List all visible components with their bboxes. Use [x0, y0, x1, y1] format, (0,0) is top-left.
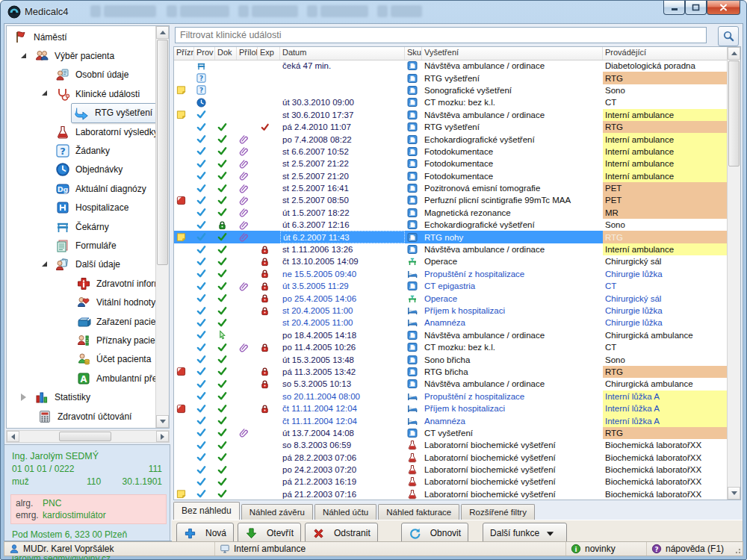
- table-row[interactable]: st 30.6.2010 17:37Návštěva ambulance / o…: [174, 109, 728, 121]
- table-row[interactable]: ?RTG vyšetřeníRTG: [174, 72, 728, 84]
- table-row[interactable]: st 20.4.2005 11:00Příjem k hospitalizaci…: [174, 305, 728, 317]
- tree-horizontal-scrollbar[interactable]: [6, 430, 170, 443]
- table-row[interactable]: so 5.3.2005 10:13Návštěva ambulance / or…: [174, 378, 728, 390]
- table-row[interactable]: pá 21.2.2003 16:19Laboratorní biochemick…: [174, 476, 728, 488]
- table-row[interactable]: po 7.4.2008 08:22Echokardiografické vyše…: [174, 133, 728, 145]
- scroll-left-button[interactable]: [7, 431, 19, 442]
- column-header-provadejici[interactable]: Provádějící: [603, 47, 728, 60]
- table-row[interactable]: st 2.5.2007 21:22FotodokumentaceInterní …: [174, 158, 728, 169]
- sidebar-item-objedn-vky[interactable]: Objednávky: [7, 161, 156, 179]
- close-button[interactable]: [707, 1, 740, 15]
- sidebar-item-vit-ln-hodnoty[interactable]: Vitální hodnoty: [7, 293, 156, 311]
- check-icon: [194, 268, 215, 280]
- maximize-button[interactable]: [685, 1, 707, 15]
- collapse-expander-icon[interactable]: [21, 53, 26, 58]
- statusbar-help[interactable]: ? nápověda (F1): [647, 542, 743, 556]
- table-row[interactable]: st 20.4.2005 11:00AnamnézaChirurgie lůžk…: [174, 317, 728, 329]
- scroll-right-button[interactable]: [156, 431, 169, 442]
- column-header-vysetreni[interactable]: Vyšetření: [422, 47, 603, 60]
- column-header-priloh[interactable]: Příloh: [237, 47, 258, 60]
- table-row[interactable]: po 11.4.2005 10:26CT mozku: bez k.l.CT: [174, 341, 728, 353]
- column-header-prov[interactable]: Prov: [194, 47, 215, 60]
- tab-roz-en-filtry[interactable]: Rozšířené filtry: [461, 504, 535, 520]
- table-row[interactable]: st 1.11.2006 13:26Návštěva ambulance / o…: [174, 243, 728, 255]
- tab-n-hled-tu[interactable]: Náhled účtu: [314, 504, 376, 520]
- sidebar-item-dal-daje[interactable]: Další údaje: [7, 255, 156, 274]
- table-row[interactable]: pá 11.3.2005 13:42RTG břichaRTG: [174, 366, 728, 378]
- sidebar-item-v-b-r-pacienta[interactable]: Výběr pacienta: [7, 46, 156, 65]
- table-row[interactable]: pá 28.2.2003 07:06Laboratorní biochemick…: [174, 452, 728, 464]
- scrollbar-thumb[interactable]: [157, 40, 168, 265]
- tree-vertical-scrollbar[interactable]: [155, 26, 169, 428]
- sidebar-item-zdravotn-informa[interactable]: Zdravotní informa: [7, 274, 156, 293]
- sidebar-item-et-pacienta[interactable]: Účet pacienta: [7, 350, 156, 369]
- sidebar-item-n-m-st[interactable]: Náměstí: [7, 28, 156, 46]
- table-row[interactable]: út 3.5.2005 11:29CT epigastriaCT: [174, 280, 728, 292]
- table-row[interactable]: pá 21.2.2003 07:16Laboratorní biochemick…: [174, 488, 728, 500]
- table-row[interactable]: po 25.4.2005 14:06OperaceChirurgický sál: [174, 292, 728, 304]
- resize-grip[interactable]: [732, 545, 741, 554]
- table-row[interactable]: so 8.3.2003 06:59Laboratorní biochemické…: [174, 439, 728, 451]
- expand-expander-icon[interactable]: [21, 393, 26, 401]
- table-row[interactable]: po 18.4.2005 14:18Návštěva ambulance / o…: [174, 329, 728, 341]
- table-vertical-scrollbar[interactable]: [727, 47, 740, 500]
- scrollbar-thumb[interactable]: [59, 432, 111, 441]
- column-header-dok[interactable]: Dok: [215, 47, 237, 60]
- table-row[interactable]: út 30.3.2010 09:00CT mozku: bez k.l.CT: [174, 96, 728, 108]
- sidebar-item-hospitalizace[interactable]: Hospitalizace: [7, 199, 156, 217]
- table-row[interactable]: čt 11.11.2004 12:04AnamnézaInterní lůžka…: [174, 414, 728, 426]
- table-row[interactable]: út 1.5.2007 18:22Magnetická rezonanceMR: [174, 207, 728, 219]
- sidebar-item-ambulantn-p-ehl[interactable]: AAmbulantní přehl: [7, 369, 156, 388]
- table-row[interactable]: čt 13.10.2005 14:09OperaceChirurgický sá…: [174, 255, 728, 267]
- search-button[interactable]: [718, 26, 739, 46]
- column-header-exp[interactable]: Exp: [258, 47, 280, 60]
- sidebar-item-rtg-vy-et-en[interactable]: RTG vyšetření: [7, 104, 156, 122]
- sidebar-item-laboratorn-v-sledky[interactable]: Laboratorní výsledky: [7, 122, 156, 141]
- table-row[interactable]: st 2.5.2007 21:20FotodokumentaceInterní …: [174, 170, 728, 182]
- collapse-expander-icon[interactable]: [42, 90, 47, 96]
- table-row[interactable]: po 24.2.2003 07:20Laboratorní biochemick…: [174, 464, 728, 476]
- table-row[interactable]: so 20.11.2004 08:00Propuštění z hospital…: [174, 391, 728, 402]
- statusbar-news[interactable]: i novinky: [566, 542, 647, 556]
- empty-cell: [258, 170, 280, 182]
- tab-n-hled-z-v-ru[interactable]: Náhled závěru: [241, 504, 313, 520]
- table-row[interactable]: st 2.5.2007 16:41Pozitronová emisní tomo…: [174, 182, 728, 194]
- sidebar-item-formul-e[interactable]: Formuláře: [7, 236, 156, 255]
- folder-icon: [405, 243, 422, 255]
- table-row[interactable]: ?Sonografické vyšetřeníSono: [174, 84, 728, 96]
- table-row[interactable]: čeká 47 min.Návštěva ambulance / ordinac…: [174, 60, 728, 72]
- sidebar-item-zdravotn-tov-n[interactable]: Zdravotní účtování: [7, 407, 156, 426]
- sidebar-item-osobn-daje[interactable]: Osobní údaje: [7, 66, 156, 84]
- table-row[interactable]: út 6.3.2007 12:16Echokardiografické vyše…: [174, 219, 728, 231]
- column-header-skupi[interactable]: Skupi: [405, 47, 422, 60]
- sidebar-item-za-azen-pacienta[interactable]: Zařazení pacienta: [7, 312, 156, 331]
- sidebar-item-aktu-ln-diagn-zy[interactable]: DgAktuální diagnózy: [7, 179, 156, 198]
- sidebar-item-danky[interactable]: ?Žádanky: [7, 141, 156, 160]
- sidebar-item-ek-rny[interactable]: Čekárny: [7, 217, 156, 236]
- check-red-icon: [258, 121, 280, 133]
- scrollbar-thumb[interactable]: [728, 60, 740, 167]
- table-row[interactable]: út 6.2.2007 11:43RTG nohyRTG: [174, 231, 728, 243]
- tab-n-hled-fakturace[interactable]: Náhled fakturace: [378, 504, 459, 520]
- column-header-datum[interactable]: Datum: [280, 47, 405, 60]
- filter-input[interactable]: [175, 27, 707, 43]
- tab-bez-n-hledu[interactable]: Bez náhledu: [173, 502, 240, 520]
- scroll-up-button[interactable]: [728, 47, 740, 60]
- table-row[interactable]: út 15.3.2005 13:48Sono břichaSono: [174, 353, 728, 365]
- table-row[interactable]: st 2.5.2007 08:50Perfuzní plicní scintig…: [174, 194, 728, 206]
- table-row[interactable]: pá 2.4.2010 11:07RTG vyšetřeníRTG: [174, 121, 728, 133]
- collapse-expander-icon[interactable]: [42, 261, 47, 267]
- stethoscope-icon: [55, 86, 70, 102]
- table-row[interactable]: út 13.7.2004 14:08CT vyšetřeníRTG: [174, 427, 728, 439]
- sidebar-item-statistiky[interactable]: Statistiky: [7, 388, 156, 406]
- table-row[interactable]: ne 15.5.2005 09:40Propuštění z hospitali…: [174, 268, 728, 280]
- sidebar-item-p-znaky-pacienta[interactable]: Příznaky pacienta: [7, 331, 156, 349]
- column-header-prizn[interactable]: Přízn.: [174, 47, 194, 60]
- scroll-down-button[interactable]: [728, 487, 740, 500]
- table-row[interactable]: čt 11.11.2004 12:04Příjem k hospitalizac…: [174, 402, 728, 414]
- table-row[interactable]: st 6.6.2007 10:52FotodokumentaceInterní …: [174, 146, 728, 158]
- scroll-up-button[interactable]: [156, 26, 169, 39]
- minimize-button[interactable]: [663, 1, 685, 15]
- scroll-down-button[interactable]: [156, 415, 169, 428]
- sidebar-item-klinick-ud-losti[interactable]: Klinické události: [7, 84, 156, 103]
